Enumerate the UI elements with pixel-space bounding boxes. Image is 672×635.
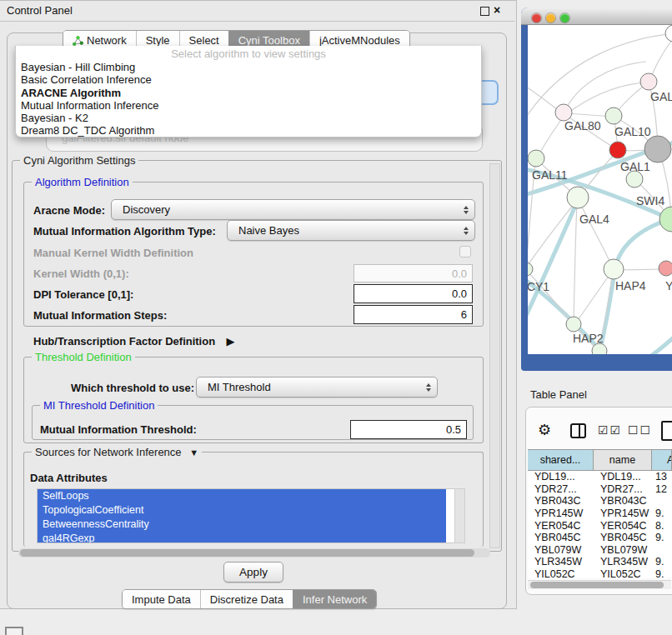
node-label-gal11: GAL11	[532, 168, 568, 182]
bottom-tab-infer-network[interactable]: Infer Network	[293, 590, 376, 608]
algorithm-option-aracne-algorithm[interactable]: ARACNE Algorithm	[16, 87, 481, 99]
aracne-mode-combo[interactable]: Discovery	[111, 199, 475, 220]
node-label-y: Y	[665, 279, 672, 292]
table-row-yil052c[interactable]: YIL052CYIL052C9.	[528, 568, 672, 578]
close-icon[interactable]: ×	[494, 3, 500, 17]
select-all-checked-icon[interactable]: ☑☑	[598, 423, 622, 437]
table-hscrollbar-track[interactable]	[528, 580, 671, 589]
network-edge	[616, 83, 647, 113]
network-canvas[interactable]: GALGAL80GAL10GAL1GAL11SWI4GAL4GCY1HAP4YH…	[528, 25, 672, 354]
algorithm-option-dream8-dc-tdc-algorithm[interactable]: Dream8 DC_TDC Algorithm	[16, 124, 481, 137]
gear-icon[interactable]: ⚙	[538, 421, 551, 439]
column-header-name[interactable]: name	[594, 450, 652, 470]
network-node[interactable]	[659, 207, 672, 232]
attribute-gal4rgexp[interactable]: gal4RGexp	[38, 532, 446, 543]
combo-stepper-icon	[464, 206, 469, 214]
table-cell: YDR27...	[528, 483, 594, 495]
table-row-ybr045c[interactable]: YBR045CYBR045C9.	[528, 532, 672, 544]
tab-label-cyni-toolbox: Cyni Toolbox	[238, 34, 300, 47]
attribute-topologicalcoefficient[interactable]: TopologicalCoefficient	[38, 503, 446, 518]
mi-threshold-label: Mutual Information Threshold:	[40, 423, 197, 436]
network-node[interactable]	[605, 108, 622, 124]
attribute-betweennesscentrality[interactable]: BetweennessCentrality	[38, 518, 446, 532]
expand-right-arrow-icon: ▶	[227, 335, 235, 348]
mi-steps-input[interactable]	[354, 305, 473, 324]
mi-threshold-input[interactable]	[350, 420, 467, 439]
network-node[interactable]	[640, 73, 657, 90]
mi-algorithm-type-combo[interactable]: Naive Bayes	[227, 220, 475, 241]
sources-expander[interactable]: Sources for Network Inference ▼	[32, 446, 202, 458]
attribute-selfloops[interactable]: SelfLoops	[38, 489, 446, 503]
table-panel-title: Table Panel	[530, 388, 587, 401]
network-node[interactable]	[609, 142, 626, 158]
table-cell: YPR145W	[528, 508, 594, 519]
dpi-tolerance-input[interactable]	[354, 284, 473, 303]
settings-scrollbar-track[interactable]	[489, 163, 500, 548]
zoom-traffic-light-icon[interactable]	[560, 13, 569, 22]
network-node[interactable]	[566, 317, 581, 332]
table-cell: YBR043C	[594, 495, 652, 507]
which-threshold-label: Which threshold to use:	[71, 382, 194, 394]
table-cell: YER054C	[528, 520, 594, 532]
close-traffic-light-icon[interactable]	[532, 13, 541, 22]
network-node[interactable]	[555, 104, 572, 121]
table-hscrollbar-thumb[interactable]	[530, 582, 664, 588]
network-window-titlebar[interactable]	[521, 8, 672, 25]
node-label-gal4: GAL4	[579, 212, 609, 226]
column-header-shared[interactable]: shared...	[528, 450, 594, 470]
algorithm-option-mutual-information-inference[interactable]: Mutual Information Inference	[16, 99, 481, 112]
table-row-ylr345w[interactable]: YLR345WYLR345W9.	[528, 556, 672, 568]
table-cell: 9.	[652, 532, 672, 543]
table-cell: YER054C	[594, 520, 652, 532]
table-row-ypr145w[interactable]: YPR145WYPR145W9.	[528, 508, 672, 520]
network-node[interactable]	[659, 261, 672, 276]
bottom-tabs: Impute DataDiscretize DataInfer Network	[122, 589, 377, 609]
settings-hscrollbar-thumb[interactable]	[20, 549, 474, 557]
table-cell: YBL079W	[594, 544, 652, 556]
control-panel-title: Control Panel	[7, 4, 73, 17]
kernel-width-input[interactable]	[354, 264, 473, 282]
table-row-ybl079w[interactable]: YBL079WYBL079W	[528, 544, 672, 557]
network-node[interactable]	[665, 25, 672, 42]
bottom-tab-impute-data[interactable]: Impute Data	[123, 590, 200, 608]
data-attributes-label: Data Attributes	[30, 472, 108, 484]
algorithm-dropdown-popup: Select algorithm to view settings Bayesi…	[15, 46, 482, 138]
column-header-a[interactable]: A	[652, 450, 672, 470]
export-table-icon[interactable]	[661, 421, 672, 441]
network-node[interactable]	[626, 171, 643, 188]
attributes-scrollbar-track[interactable]	[454, 488, 465, 543]
table-row-yer054c[interactable]: YER054CYER054C8.	[528, 519, 672, 532]
table-row-ydr27[interactable]: YDR27...YDR27...12	[528, 483, 672, 496]
expand-down-arrow-icon: ▼	[189, 448, 198, 458]
collapsed-panel-icon[interactable]	[5, 627, 23, 635]
table-cell: YDL19...	[528, 471, 594, 482]
network-node[interactable]	[567, 187, 589, 208]
column-browser-icon[interactable]	[570, 423, 586, 438]
settings-hscrollbar-track[interactable]	[18, 548, 490, 558]
network-node[interactable]	[604, 259, 624, 279]
which-threshold-combo[interactable]: MI Threshold	[196, 377, 438, 398]
control-panel-titlebar: Control Panel ×	[0, 1, 515, 22]
hub-definition-expander[interactable]: Hub/Transcription Factor Definition ▶	[33, 333, 235, 348]
network-node[interactable]	[528, 262, 533, 276]
table-row-ydl19[interactable]: YDL19...YDL19...13	[528, 471, 672, 483]
network-icon	[73, 35, 83, 46]
tab-label-select: Select	[189, 34, 219, 47]
tab-label-style: Style	[146, 34, 170, 47]
algorithm-option-bayesian-k2[interactable]: Bayesian - K2	[16, 112, 481, 124]
network-node[interactable]	[644, 136, 671, 162]
table-cell: 12	[652, 483, 672, 495]
algorithm-option-basic-correlation-inference[interactable]: Basic Correlation Inference	[16, 73, 481, 86]
table-cell: YBL079W	[528, 544, 594, 556]
float-window-icon[interactable]	[480, 7, 489, 16]
bottom-tab-discretize-data[interactable]: Discretize Data	[200, 590, 293, 608]
algorithm-placeholder: Select algorithm to view settings	[16, 48, 481, 61]
apply-button[interactable]: Apply	[223, 562, 283, 582]
select-none-unchecked-icon[interactable]: ☐☐	[628, 423, 652, 437]
table-cell: YBR045C	[528, 532, 594, 543]
manual-kernel-width-checkbox[interactable]	[459, 246, 471, 258]
minimize-traffic-light-icon[interactable]	[546, 13, 555, 22]
network-node[interactable]	[528, 150, 544, 167]
algorithm-option-bayesian-hill-climbing[interactable]: Bayesian - Hill Climbing	[16, 61, 481, 73]
table-row-ybr043c[interactable]: YBR043CYBR043C	[528, 495, 672, 508]
